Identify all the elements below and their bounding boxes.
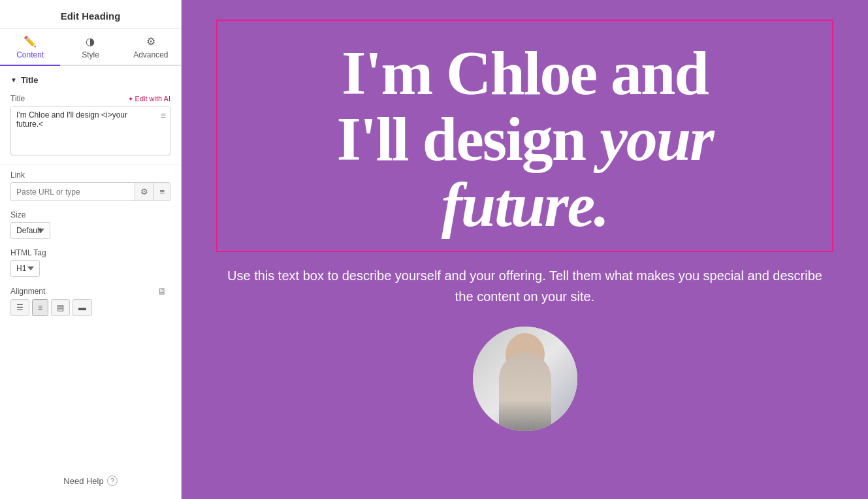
html-tag-select[interactable]: H1 H2 H3 H4 H5 H6 div span p <box>10 260 40 277</box>
align-left-btn[interactable]: ☰ <box>10 299 29 316</box>
monitor-icon: 🖥 <box>157 286 167 297</box>
style-tab-label: Style <box>82 50 99 59</box>
html-tag-label: HTML Tag <box>10 248 170 257</box>
tab-style[interactable]: ◑ Style <box>60 29 120 66</box>
advanced-tab-icon: ⚙ <box>146 35 155 48</box>
divider-1 <box>0 165 181 165</box>
size-label: Size <box>10 210 170 219</box>
need-help[interactable]: Need Help ? <box>0 462 181 499</box>
heading-line2: I'll design your <box>336 104 713 174</box>
link-form-group: Link ⚙ ≡ <box>0 168 181 208</box>
tab-content[interactable]: ✏️ Content <box>0 29 60 66</box>
align-center-btn[interactable]: ≡ <box>32 299 48 316</box>
tabs-row: ✏️ Content ◑ Style ⚙ Advanced <box>0 29 181 66</box>
description-content: Use this text box to describe yourself a… <box>227 268 822 304</box>
canvas-content: I'm Chloe and I'll design your future. U… <box>182 0 868 499</box>
edit-with-ai-btn[interactable]: Edit with AI <box>128 95 170 103</box>
align-justify-btn[interactable]: ▬ <box>72 299 92 316</box>
title-label-row: Title Edit with AI <box>10 94 170 103</box>
advanced-tab-label: Advanced <box>133 50 168 59</box>
heading-line1: I'm Chloe and <box>342 38 708 108</box>
title-label: Title <box>10 94 25 103</box>
content-tab-icon: ✏️ <box>24 35 37 48</box>
panel-title: Edit Heading <box>0 0 181 29</box>
html-tag-form-group: HTML Tag H1 H2 H3 H4 H5 H6 div span p <box>0 246 181 283</box>
link-row: ⚙ ≡ <box>10 182 170 201</box>
description-text: Use this text box to describe yourself a… <box>182 252 868 320</box>
canvas-area: + ⠿ Edit Container I'm Chloe and I'll de… <box>182 0 868 499</box>
heading-line3: future. <box>442 170 608 240</box>
title-textarea[interactable]: I'm Chloe and I'll design <i>your future… <box>11 106 170 152</box>
size-select[interactable]: Default Small Medium Large XL XXL <box>10 222 50 239</box>
section-title: ▼ Title <box>0 66 181 91</box>
tab-advanced[interactable]: ⚙ Advanced <box>121 29 181 66</box>
title-form-group: Title Edit with AI I'm Chloe and I'll de… <box>0 91 181 162</box>
heading-italic: your <box>600 104 713 174</box>
style-tab-icon: ◑ <box>86 35 95 48</box>
align-right-btn[interactable]: ▤ <box>51 299 70 316</box>
avatar <box>473 327 577 431</box>
size-form-group: Size Default Small Medium Large XL XXL <box>0 208 181 246</box>
link-input[interactable] <box>11 184 135 201</box>
need-help-label: Need Help <box>63 476 103 486</box>
link-settings-btn[interactable]: ⚙ <box>135 183 153 201</box>
avatar-figure <box>499 353 551 431</box>
alignment-label: Alignment 🖥 <box>10 286 170 297</box>
textarea-menu-icon[interactable]: ≡ <box>161 110 166 121</box>
alignment-form-group: Alignment 🖥 ☰ ≡ ▤ ▬ <box>0 283 181 323</box>
section-arrow-icon: ▼ <box>10 76 17 84</box>
heading-container[interactable]: I'm Chloe and I'll design your future. <box>216 20 834 252</box>
link-menu-btn[interactable]: ≡ <box>153 183 170 201</box>
title-textarea-wrapper: I'm Chloe and I'll design <i>your future… <box>10 106 170 155</box>
section-title-label: Title <box>21 75 39 85</box>
link-label: Link <box>10 170 170 180</box>
content-tab-label: Content <box>16 50 44 59</box>
avatar-placeholder <box>473 327 577 431</box>
alignment-group: ☰ ≡ ▤ ▬ <box>10 299 170 316</box>
main-heading: I'm Chloe and I'll design your future. <box>237 40 813 238</box>
help-icon: ? <box>107 475 118 486</box>
left-panel: Edit Heading ✏️ Content ◑ Style ⚙ Advanc… <box>0 0 182 499</box>
